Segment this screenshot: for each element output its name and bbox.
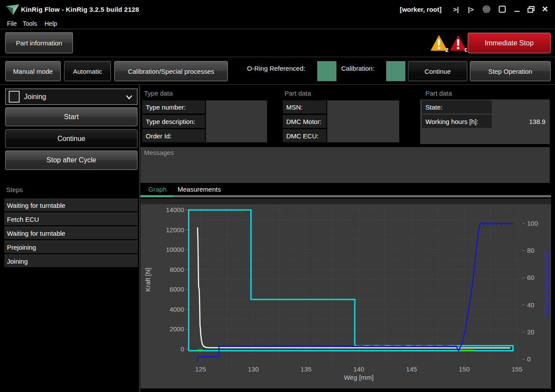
svg-text:145: 145 bbox=[406, 365, 417, 373]
force-speed-graph: 0200040006000800010000120001400002040608… bbox=[140, 199, 551, 389]
messages-heading: Messages bbox=[144, 149, 174, 156]
svg-text:14000: 14000 bbox=[166, 206, 184, 213]
step-item[interactable]: Waiting for turntable bbox=[4, 227, 138, 239]
svg-text:0: 0 bbox=[527, 355, 531, 363]
type-data-values bbox=[206, 100, 267, 142]
continue-mode-button[interactable]: Continue bbox=[408, 61, 467, 81]
part-data-mid-heading: Part data bbox=[284, 89, 311, 97]
oring-referenced-label: O-Ring Referenced: bbox=[247, 65, 305, 72]
svg-text:140: 140 bbox=[353, 365, 364, 373]
svg-text:150: 150 bbox=[459, 365, 470, 373]
separator bbox=[0, 57, 555, 57]
svg-text:20: 20 bbox=[527, 328, 534, 336]
svg-text:135: 135 bbox=[301, 365, 312, 373]
calibration-status-box bbox=[386, 61, 405, 81]
oring-status-box bbox=[317, 61, 336, 81]
svg-text:60: 60 bbox=[527, 274, 534, 281]
tab-graph[interactable]: Graph bbox=[148, 186, 167, 193]
dmc-motor-label: DMC Motor: bbox=[283, 115, 326, 128]
messages-panel: Messages bbox=[140, 147, 550, 183]
restore-window-icon[interactable] bbox=[525, 3, 537, 15]
menu-help[interactable]: Help bbox=[43, 19, 59, 28]
language-globe-icon[interactable] bbox=[481, 3, 492, 15]
manual-mode-button[interactable]: Manual mode bbox=[5, 61, 61, 81]
step-item[interactable]: Fetch ECU bbox=[4, 213, 138, 225]
menu-bar: File Tools Help bbox=[0, 17, 555, 29]
warning-indicator[interactable]: 2 bbox=[430, 35, 448, 52]
svg-text:100: 100 bbox=[527, 220, 538, 227]
svg-text:10000: 10000 bbox=[166, 246, 184, 253]
calibration-label: Calibration: bbox=[341, 65, 374, 72]
close-icon[interactable]: ✕ bbox=[539, 3, 551, 15]
state-label: State: bbox=[422, 100, 492, 113]
chevron-down-icon bbox=[126, 95, 133, 100]
error-count: 0 bbox=[465, 47, 468, 53]
user-role-badge: [worker, root] bbox=[400, 6, 442, 13]
svg-text:4000: 4000 bbox=[170, 306, 184, 313]
stop-after-cycle-button[interactable]: Stop after Cycle bbox=[5, 151, 137, 170]
part-information-button[interactable]: Part information bbox=[5, 32, 73, 53]
step-item[interactable]: Prejoining bbox=[4, 241, 138, 253]
titlebar: KinRig Flow - KinRig 3.2.5 build 2128 [w… bbox=[0, 0, 555, 17]
tab-measurements[interactable]: Measurements bbox=[178, 186, 221, 193]
selected-process-label: Joining bbox=[24, 93, 46, 101]
svg-text:Kraft [N]: Kraft [N] bbox=[144, 268, 151, 292]
minimize-icon[interactable] bbox=[511, 3, 523, 15]
window-title: KinRig Flow - KinRig 3.2.5 build 2128 bbox=[21, 6, 139, 13]
svg-text:155: 155 bbox=[511, 365, 522, 373]
msn-label: MSN: bbox=[283, 100, 326, 113]
svg-text:80: 80 bbox=[527, 247, 534, 254]
working-hours-value: 138.9 bbox=[502, 118, 545, 125]
type-data-heading: Type data bbox=[144, 89, 173, 97]
working-hours-label: Working hours [h]: bbox=[422, 115, 492, 128]
warning-count: 2 bbox=[445, 47, 449, 53]
maximize-icon[interactable] bbox=[497, 3, 508, 15]
step-operation-button[interactable]: Step Operation bbox=[470, 61, 551, 81]
svg-text:Weg [mm]: Weg [mm] bbox=[344, 374, 373, 381]
svg-text:125: 125 bbox=[195, 365, 206, 373]
menu-tools[interactable]: Tools bbox=[21, 19, 39, 28]
dmc-ecu-label: DMC ECU: bbox=[283, 129, 326, 142]
app-logo-icon bbox=[6, 4, 20, 15]
svg-text:2000: 2000 bbox=[170, 325, 184, 333]
immediate-stop-button[interactable]: Immediate Stop bbox=[468, 33, 551, 53]
separator bbox=[139, 85, 140, 392]
order-id-label: Order Id: bbox=[142, 129, 205, 142]
steps-heading: Steps bbox=[6, 186, 23, 193]
skip-to-end-icon[interactable]: >| bbox=[450, 3, 462, 15]
step-item[interactable]: Joining bbox=[4, 254, 138, 267]
menu-file[interactable]: File bbox=[5, 19, 19, 28]
svg-text:8000: 8000 bbox=[170, 266, 184, 273]
step-item[interactable]: Waiting for turntable bbox=[4, 199, 138, 211]
part-data-mid-values bbox=[327, 100, 399, 142]
continue-process-button[interactable]: Continue bbox=[5, 129, 137, 148]
process-checkbox[interactable] bbox=[9, 91, 20, 103]
automatic-button[interactable]: Automatic bbox=[64, 61, 111, 81]
start-button[interactable]: Start bbox=[5, 107, 137, 126]
svg-text:0: 0 bbox=[181, 345, 184, 353]
calibration-special-button[interactable]: Calibration/Special processes bbox=[114, 61, 228, 81]
play-from-start-icon[interactable]: |> bbox=[465, 3, 476, 15]
svg-text:6000: 6000 bbox=[170, 285, 184, 293]
separator bbox=[0, 84, 555, 85]
process-select-dropdown[interactable]: Joining bbox=[5, 89, 137, 105]
part-data-right-heading: Part data bbox=[425, 89, 452, 97]
error-indicator[interactable]: 0 bbox=[449, 35, 467, 52]
active-tab-underline bbox=[140, 195, 173, 197]
svg-text:130: 130 bbox=[248, 365, 259, 373]
svg-text:40: 40 bbox=[527, 301, 534, 309]
type-number-label: Type number: bbox=[142, 100, 205, 113]
svg-text:12000: 12000 bbox=[166, 226, 184, 234]
svg-text:Geschwindigkeit [mm/s]: Geschwindigkeit [mm/s] bbox=[544, 251, 551, 316]
type-description-label: Type description: bbox=[142, 115, 205, 128]
tab-underline bbox=[173, 195, 551, 197]
process-chart: 0200040006000800010000120001400002040608… bbox=[140, 199, 551, 389]
